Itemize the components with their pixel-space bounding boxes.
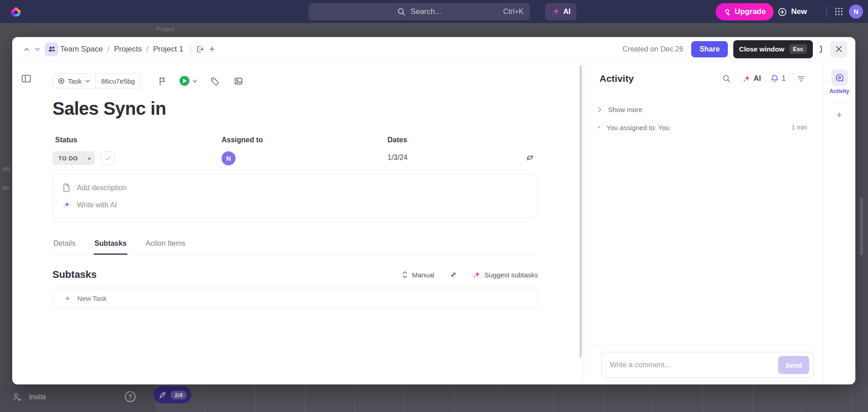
sort-icon bbox=[402, 271, 408, 278]
assigned-label: Assigned to bbox=[222, 136, 387, 144]
new-label: New bbox=[791, 7, 807, 16]
breadcrumb-projects[interactable]: Projects bbox=[114, 45, 142, 54]
flag-icon[interactable] bbox=[156, 75, 169, 88]
user-avatar[interactable]: N bbox=[849, 5, 863, 19]
upgrade-label: Upgrade bbox=[735, 7, 766, 16]
tab-subtasks[interactable]: Subtasks bbox=[94, 239, 127, 254]
new-task-row[interactable]: + New Task bbox=[52, 288, 538, 309]
notification-count: 1 bbox=[782, 75, 786, 83]
close-window-tooltip: Close window Esc bbox=[733, 40, 813, 58]
upgrade-button[interactable]: Upgrade bbox=[716, 3, 774, 20]
ai-sparkle-icon bbox=[742, 75, 750, 83]
image-icon[interactable] bbox=[232, 75, 245, 88]
top-bar: Search... Ctrl+K AI Upgrade New bbox=[0, 0, 868, 23]
chevron-down-icon bbox=[193, 80, 197, 83]
assignee-field: Assigned to N bbox=[222, 136, 387, 165]
activity-event-text: You assigned to: You bbox=[607, 124, 670, 131]
add-view-button[interactable]: + bbox=[836, 110, 842, 120]
add-description-button[interactable]: Add description bbox=[62, 183, 528, 192]
tab-details[interactable]: Details bbox=[52, 239, 76, 254]
dimmed-page-strip-left bbox=[0, 37, 12, 384]
ai-sparkle-icon bbox=[551, 7, 560, 16]
next-task-button[interactable] bbox=[32, 44, 43, 55]
start-timer-button[interactable] bbox=[179, 76, 197, 86]
close-button[interactable] bbox=[830, 41, 847, 58]
chevron-down-icon bbox=[85, 80, 90, 83]
task-title[interactable]: Sales Sync in bbox=[52, 98, 538, 119]
dimmed-page-strip-top: Project bbox=[0, 23, 868, 37]
status-dropdown[interactable]: TO DO ▸ bbox=[52, 151, 95, 165]
task-tabs: Details Subtasks Action Items bbox=[52, 239, 538, 254]
task-detail-pane: Task 86cu7e5bg bbox=[12, 61, 584, 384]
task-fields: Status TO DO ▸ Assigned to bbox=[52, 136, 538, 165]
share-button[interactable]: Share bbox=[691, 41, 727, 57]
page-scrollbar[interactable] bbox=[860, 197, 863, 255]
task-type-icon bbox=[58, 78, 64, 84]
activity-list: Show more • You assigned to: You 1 min bbox=[598, 106, 807, 131]
person-add-icon bbox=[12, 392, 22, 402]
suggest-subtasks-button[interactable]: Suggest subtasks bbox=[472, 271, 538, 279]
tab-action-items[interactable]: Action Items bbox=[145, 239, 186, 254]
search-placeholder: Search... bbox=[410, 7, 441, 16]
pane-scrollbar[interactable] bbox=[580, 65, 582, 358]
recurring-icon[interactable] bbox=[524, 151, 536, 164]
invite-label: Invite bbox=[29, 393, 46, 401]
prev-task-button[interactable] bbox=[21, 44, 32, 55]
plus-icon: + bbox=[65, 294, 70, 303]
activity-event: • You assigned to: You 1 min bbox=[598, 123, 807, 131]
clickup-logo-icon[interactable] bbox=[9, 5, 23, 18]
created-on-text: Created on Dec 26 bbox=[623, 45, 683, 53]
task-modal: Team Space / Projects / Project 1 | + Cr… bbox=[12, 37, 855, 384]
toggle-sidebar-icon[interactable] bbox=[19, 72, 33, 85]
breadcrumb-team-space[interactable]: Team Space bbox=[60, 45, 103, 54]
subtasks-heading: Subtasks bbox=[52, 269, 97, 281]
chevron-right-icon bbox=[598, 107, 602, 112]
search-input[interactable]: Search... Ctrl+K bbox=[308, 3, 530, 20]
mark-complete-button[interactable] bbox=[101, 151, 115, 165]
usage-pill[interactable]: 2/4 bbox=[154, 386, 191, 403]
show-more-toggle[interactable]: Show more bbox=[598, 106, 807, 113]
subtasks-section-header: Subtasks Manual bbox=[52, 269, 538, 281]
activity-panel: Activity AI bbox=[584, 61, 823, 384]
activity-search-icon[interactable] bbox=[720, 72, 733, 85]
assignee-avatar[interactable]: N bbox=[222, 151, 236, 165]
dates-value[interactable]: 1/3/24 bbox=[387, 154, 407, 162]
dates-field: Dates 1/3/24 bbox=[387, 136, 538, 165]
write-with-ai-button[interactable]: Write with AI bbox=[62, 201, 528, 209]
expand-icon[interactable] bbox=[448, 269, 459, 280]
space-people-icon[interactable] bbox=[45, 42, 58, 56]
task-type-dropdown[interactable]: Task bbox=[53, 74, 96, 88]
help-button[interactable]: ? bbox=[125, 391, 136, 402]
task-type-pill: Task 86cu7e5bg bbox=[52, 73, 141, 89]
chat-bubble-icon bbox=[835, 73, 844, 82]
add-tab-button[interactable]: + bbox=[207, 42, 217, 56]
filter-icon[interactable] bbox=[795, 73, 807, 84]
sort-dropdown[interactable]: Manual bbox=[402, 271, 434, 279]
task-id[interactable]: 86cu7e5bg bbox=[96, 74, 140, 88]
search-icon bbox=[397, 7, 406, 16]
activity-event-time: 1 min bbox=[792, 124, 807, 131]
activity-tab-label: Activity bbox=[830, 88, 849, 94]
breadcrumb-project-1[interactable]: Project 1 bbox=[153, 45, 183, 54]
modal-header-actions: Created on Dec 26 Share Close window Esc bbox=[623, 40, 847, 58]
apps-grid-icon[interactable] bbox=[834, 7, 844, 16]
topbar-ai-button[interactable]: AI bbox=[545, 3, 576, 20]
send-button[interactable]: Send bbox=[778, 356, 809, 374]
right-rail: Activity + bbox=[823, 61, 855, 384]
dates-label: Dates bbox=[387, 136, 538, 144]
document-icon bbox=[62, 183, 71, 192]
activity-ai-button[interactable]: AI bbox=[742, 75, 761, 83]
dimmed-table-columns bbox=[156, 384, 868, 412]
move-task-icon[interactable] bbox=[193, 42, 207, 56]
close-icon bbox=[835, 45, 843, 53]
new-button[interactable]: New bbox=[778, 3, 807, 20]
plus-circle-icon bbox=[778, 7, 787, 17]
notifications-button[interactable]: 1 bbox=[770, 74, 786, 83]
tag-icon[interactable] bbox=[208, 75, 221, 88]
ai-sparkle-icon bbox=[472, 271, 481, 279]
activity-tab-button[interactable] bbox=[831, 70, 848, 86]
invite-button[interactable]: Invite bbox=[12, 392, 46, 402]
comment-input[interactable] bbox=[610, 361, 775, 369]
status-label: Status bbox=[55, 136, 222, 144]
esc-key-badge: Esc bbox=[789, 44, 807, 54]
